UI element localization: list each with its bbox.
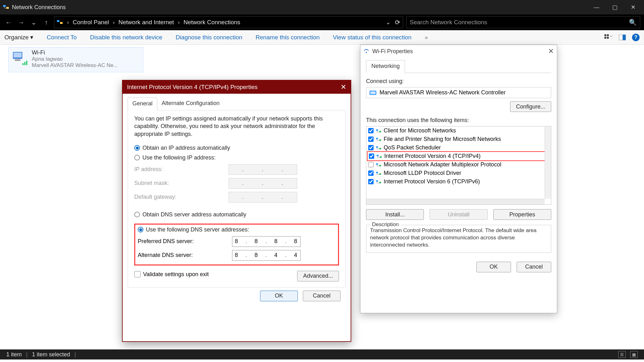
uninstall-button: Uninstall <box>430 209 487 220</box>
octet[interactable]: 8 <box>291 238 300 245</box>
octet[interactable]: 8 <box>252 238 261 245</box>
checkbox-icon <box>134 271 141 277</box>
network-items-list[interactable]: Client for Microsoft NetworksFile and Pr… <box>366 126 551 205</box>
network-item-row[interactable]: Internet Protocol Version 4 (TCP/IPv4) <box>367 151 550 161</box>
alternate-dns-field[interactable]: 8. 8. 4. 4 <box>232 250 301 261</box>
adapter-box[interactable]: Marvell AVASTAR Wireless-AC Network Cont… <box>366 87 551 98</box>
cancel-button[interactable]: Cancel <box>303 291 341 301</box>
cmd-connect-to[interactable]: Connect To <box>47 34 77 41</box>
octet[interactable]: 8 <box>272 238 281 245</box>
network-item-row[interactable]: Microsoft LLDP Protocol Driver <box>366 169 551 177</box>
ncpa-breadcrumb-icon <box>57 19 63 25</box>
item-label: Client for Microsoft Networks <box>384 127 456 134</box>
address-bar[interactable]: › Control Panel › Network and Internet ›… <box>54 16 403 28</box>
default-gateway-field: ... <box>229 192 297 203</box>
svg-rect-2 <box>57 20 59 22</box>
preview-pane-icon[interactable] <box>619 35 626 40</box>
tab-networking[interactable]: Networking <box>366 60 405 73</box>
scrollbar[interactable] <box>545 126 551 199</box>
search-input[interactable]: Search Network Connections 🔍 <box>406 16 640 28</box>
cmd-diagnose[interactable]: Diagnose this connection <box>175 34 242 41</box>
forward-button[interactable]: → <box>16 18 26 27</box>
breadcrumb-seg[interactable]: Network Connections <box>183 19 240 26</box>
up-button[interactable]: ↑ <box>42 18 51 27</box>
cmd-disable-device[interactable]: Disable this network device <box>90 34 162 41</box>
ok-button[interactable]: OK <box>260 291 298 301</box>
network-item-row[interactable]: File and Printer Sharing for Microsoft N… <box>366 135 551 143</box>
item-checkbox[interactable] <box>368 145 374 150</box>
back-button[interactable]: ← <box>4 18 13 27</box>
close-icon[interactable]: ✕ <box>548 47 554 55</box>
large-icons-view-button[interactable]: ▦ <box>630 351 638 358</box>
ok-button[interactable]: OK <box>476 262 511 272</box>
svg-rect-19 <box>376 129 378 131</box>
network-item-row[interactable]: Internet Protocol Version 6 (TCP/IPv6) <box>366 177 551 186</box>
search-icon: 🔍 <box>629 19 637 26</box>
octet[interactable]: 8 <box>252 252 261 259</box>
svg-rect-5 <box>607 34 609 36</box>
chevron-right-icon: › <box>67 19 69 26</box>
dialog-titlebar[interactable]: Wi-Fi Properties ✕ <box>360 45 557 58</box>
octet[interactable]: 4 <box>272 252 281 259</box>
radio-dot-icon <box>138 227 143 232</box>
item-checkbox[interactable] <box>368 162 374 167</box>
view-options-icon[interactable] <box>604 34 613 41</box>
radio-use-dns[interactable]: Use the following DNS server addresses: <box>138 226 334 233</box>
tab-general[interactable]: General <box>128 97 157 110</box>
titlebar: Network Connections — ▢ ✕ <box>0 0 644 14</box>
svg-rect-29 <box>376 172 378 173</box>
properties-button[interactable]: Properties <box>493 209 551 220</box>
item-checkbox[interactable] <box>368 128 374 133</box>
radio-obtain-ip-auto[interactable]: Obtain an IP address automatically <box>134 145 339 151</box>
dialog-titlebar[interactable]: Internet Protocol Version 4 (TCP/IPv4) P… <box>123 81 351 94</box>
svg-rect-12 <box>15 59 20 61</box>
details-view-button[interactable]: ☰ <box>618 351 626 358</box>
item-label: Microsoft LLDP Protocol Driver <box>384 170 461 176</box>
minimize-button[interactable]: — <box>587 0 606 14</box>
cmd-rename[interactable]: Rename this connection <box>256 34 320 41</box>
install-button[interactable]: Install... <box>366 209 424 220</box>
address-dropdown[interactable]: ⌄ <box>386 19 391 26</box>
label-alternate-dns: Alternate DNS server: <box>138 252 232 259</box>
item-checkbox[interactable] <box>368 136 374 142</box>
item-label: Internet Protocol Version 6 (TCP/IPv6) <box>384 178 480 185</box>
cancel-button[interactable]: Cancel <box>517 262 551 272</box>
svg-rect-0 <box>3 5 6 7</box>
octet[interactable]: 8 <box>232 252 241 259</box>
refresh-button[interactable]: ⟳ <box>395 19 400 26</box>
cmd-overflow[interactable]: » <box>425 34 428 41</box>
ip-address-field: ... <box>229 164 297 175</box>
organize-menu[interactable]: Organize ▾ <box>4 34 33 41</box>
svg-rect-14 <box>24 62 25 65</box>
item-checkbox[interactable] <box>369 153 374 159</box>
breadcrumb-seg[interactable]: Control Panel <box>73 19 109 26</box>
tab-alternate-configuration[interactable]: Alternate Configuration <box>157 97 224 110</box>
history-dropdown[interactable]: ⌄ <box>29 18 38 27</box>
label-subnet-mask: Subnet mask: <box>134 180 229 187</box>
connection-tile-wifi[interactable]: Wi-Fi Apna lagwao Marvell AVASTAR Wirele… <box>8 47 143 72</box>
ipv4-properties-dialog: Internet Protocol Version 4 (TCP/IPv4) P… <box>122 80 351 342</box>
octet[interactable]: 4 <box>291 252 300 259</box>
status-selected-count: 1 item selected <box>32 351 70 358</box>
item-checkbox[interactable] <box>368 179 374 184</box>
scrollbar-horizontal[interactable] <box>366 199 545 204</box>
description-text: Transmission Control Protocol/Internet P… <box>370 227 547 249</box>
network-item-row[interactable]: QoS Packet Scheduler <box>366 143 551 152</box>
radio-obtain-dns-auto[interactable]: Obtain DNS server address automatically <box>134 211 339 218</box>
cmd-view-status[interactable]: View status of this connection <box>333 34 412 41</box>
preferred-dns-field[interactable]: 8. 8. 8. 8 <box>232 236 301 247</box>
close-button[interactable]: ✕ <box>624 0 642 14</box>
close-icon[interactable]: ✕ <box>341 83 346 91</box>
advanced-button[interactable]: Advanced... <box>297 271 339 281</box>
label-ip-address: IP address: <box>134 166 229 173</box>
svg-rect-21 <box>376 138 378 139</box>
network-item-row[interactable]: Microsoft Network Adapter Multiplexor Pr… <box>366 160 551 169</box>
maximize-button[interactable]: ▢ <box>606 0 624 14</box>
configure-button[interactable]: Configure... <box>510 101 551 112</box>
radio-use-ip[interactable]: Use the following IP address: <box>134 154 339 161</box>
octet[interactable]: 8 <box>232 238 241 245</box>
breadcrumb-seg[interactable]: Network and Internet <box>119 19 174 26</box>
network-item-row[interactable]: Client for Microsoft Networks <box>366 126 551 135</box>
help-icon[interactable]: ? <box>632 34 640 41</box>
item-checkbox[interactable] <box>368 170 374 176</box>
